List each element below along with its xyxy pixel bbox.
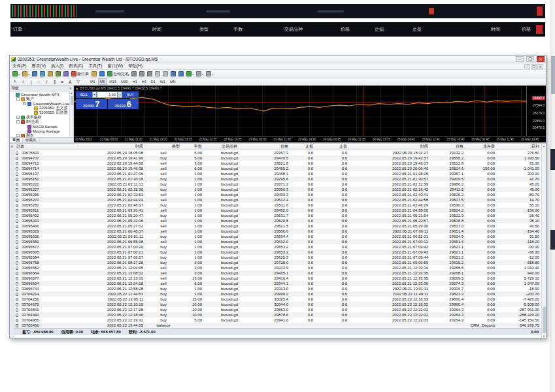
navigator-icon[interactable] xyxy=(47,71,54,77)
column-header[interactable]: 获利 xyxy=(497,144,541,150)
column-header[interactable]: 类型 xyxy=(145,144,182,150)
navigator-tab[interactable]: 收藏夹 xyxy=(23,138,40,142)
table-row[interactable]: 33695594 2022.05.21 07:06:57 buy 1.00 bt… xyxy=(14,255,541,260)
tree-expand-icon[interactable]: + xyxy=(16,134,20,137)
table-row[interactable]: 33695311 2022.05.21 03:20:41 sell 1.00 b… xyxy=(14,208,541,213)
table-row[interactable]: 33694707 2022.05.20 19:41:39 buy 5.00 bt… xyxy=(14,155,541,161)
timeframe-button[interactable]: D1 xyxy=(149,78,158,85)
timeframe-button[interactable]: MN xyxy=(168,78,178,85)
tree-item[interactable]: + 技术指标 xyxy=(10,115,69,120)
table-row[interactable]: 33705466 2022.05.22 13:44:05 balance CRM… xyxy=(14,323,541,328)
timeframe-button[interactable]: M5 xyxy=(98,78,107,85)
table-row[interactable]: 33704214 2022.05.22 11:44:53 buy 1.00 bt… xyxy=(14,291,541,297)
strategy-tester-icon[interactable] xyxy=(63,71,69,77)
price-plot[interactable] xyxy=(74,86,526,136)
close-button[interactable]: ✕ xyxy=(537,56,545,62)
scrollbar-thumb[interactable] xyxy=(543,307,546,333)
timeframe-button[interactable]: M1 xyxy=(88,78,97,85)
tile-windows-icon[interactable] xyxy=(170,71,177,77)
text-label-icon[interactable]: A xyxy=(67,80,73,84)
table-row[interactable]: 33695137 2022.05.21 01:27:06 sell 1.00 b… xyxy=(14,171,541,176)
table-row[interactable]: 33695270 2022.05.21 02:44:24 sell 1.00 b… xyxy=(14,197,541,203)
time-axis[interactable]: 20 May 202221 May 03:2021 May 11:2021 Ma… xyxy=(74,136,546,142)
timeframe-button[interactable]: W1 xyxy=(158,78,167,85)
candlestick-chart-icon[interactable] xyxy=(139,71,145,77)
scrollbar-thumb[interactable] xyxy=(71,96,73,105)
table-row[interactable]: 33696604 2022.05.21 12:24:18 sell 5.00 b… xyxy=(14,281,541,286)
timeframe-button[interactable]: M30 xyxy=(119,78,130,85)
chart-area[interactable]: ▲ BTCUSD.gd,M5 29432.5 29490.7 29432.5 2… xyxy=(74,86,546,142)
timeframe-button[interactable]: H4 xyxy=(140,78,148,85)
chart-close-icon[interactable]: ✕ xyxy=(537,64,543,69)
tree-expand-icon[interactable]: − xyxy=(23,102,26,105)
table-row[interactable]: 33675603 2022.05.20 18:05:08 sell 5.00 b… xyxy=(14,150,541,155)
table-row[interactable]: 33696564 2022.05.21 12:08:02 sell 2.00 b… xyxy=(14,270,541,276)
table-row[interactable]: 33695578 2022.05.21 07:00:21 buy 1.00 bt… xyxy=(14,250,541,255)
bar-chart-icon[interactable] xyxy=(131,71,137,77)
scroll-up-icon[interactable]: ▲ xyxy=(71,91,73,95)
timeframe-button[interactable]: H1 xyxy=(131,78,139,85)
table-row[interactable]: 33695220 2022.05.21 02:11:13 buy 1.00 bt… xyxy=(14,182,541,187)
chart-restore-icon[interactable]: ❐ xyxy=(531,64,537,69)
data-window-icon[interactable] xyxy=(39,71,46,77)
new-chart-icon[interactable]: ▾ xyxy=(12,71,20,77)
menu-item[interactable]: 插入(I) xyxy=(51,63,63,69)
tree-expand-icon[interactable]: + xyxy=(16,116,20,119)
metaeditor-icon[interactable] xyxy=(91,71,97,77)
navigator-tab[interactable]: 常用 xyxy=(10,138,23,142)
mql5-community-icon[interactable] xyxy=(99,71,105,77)
price-axis[interactable]: 29490.7 27594.0 25179.0 22804.0 20476.5 xyxy=(526,86,546,136)
table-row[interactable]: 33704955 2022.05.22 12:19:32 buy 5.00 bt… xyxy=(14,318,541,323)
column-header[interactable]: 手数 xyxy=(182,144,204,150)
table-row[interactable]: 33695282 2022.05.21 02:48:07 buy 1.00 bt… xyxy=(14,203,541,208)
browser-scrollbar-thumb[interactable] xyxy=(551,56,555,94)
cursor-icon[interactable]: ↖ xyxy=(12,79,18,84)
table-row[interactable]: 33696577 2022.05.21 12:13:06 sell 13.00 … xyxy=(14,276,541,281)
new-order-icon[interactable]: 新订单 xyxy=(71,71,90,78)
horizontal-line-icon[interactable]: − xyxy=(36,80,42,84)
zoom-out-icon[interactable] xyxy=(162,71,169,77)
menu-item[interactable]: 显示(V) xyxy=(31,63,46,69)
table-row[interactable]: 33696552 2022.05.21 12:04:05 sell 2.00 b… xyxy=(14,265,541,270)
trendline-icon[interactable]: / xyxy=(44,80,50,84)
periods-icon[interactable]: ▾ xyxy=(195,71,204,77)
equidistant-channel-icon[interactable]: ∥ xyxy=(52,79,58,84)
tree-item[interactable]: + 脚本 xyxy=(10,133,69,137)
tree-expand-icon[interactable]: − xyxy=(16,97,20,101)
column-header[interactable]: 时间 xyxy=(59,144,145,150)
zoom-in-icon[interactable] xyxy=(154,71,161,77)
sell-price[interactable]: 29490.7 xyxy=(76,99,107,109)
buy-price[interactable]: 29494.6 xyxy=(108,99,139,109)
table-row[interactable]: 33694710 2022.05.20 19:44:58 sell 3.00 b… xyxy=(14,161,541,166)
column-header[interactable]: 时间 xyxy=(349,144,430,150)
volume-down-icon[interactable]: ▼ xyxy=(92,91,97,98)
volume-up-icon[interactable]: ▲ xyxy=(118,91,122,98)
table-row[interactable]: 33695152 2022.05.21 01:30:18 buy 1.00 bt… xyxy=(14,176,541,182)
column-header[interactable]: 价格 xyxy=(255,144,290,150)
line-chart-icon[interactable] xyxy=(146,71,153,77)
terminal-icon[interactable] xyxy=(55,71,61,77)
cascade-windows-icon[interactable] xyxy=(178,71,184,77)
arrows-icon[interactable]: ▽ xyxy=(75,79,81,84)
scroll-down-icon[interactable]: ▼ xyxy=(543,335,545,338)
column-header[interactable]: 库存费 xyxy=(465,144,497,150)
table-row[interactable]: 33695577 2022.05.21 07:00:20 buy 1.00 bt… xyxy=(14,244,541,250)
column-header[interactable]: 止损 xyxy=(290,144,315,150)
chart-minimize-icon[interactable]: – xyxy=(524,64,530,69)
templates-icon[interactable]: ▾ xyxy=(205,71,214,77)
table-row[interactable]: 33695403 2022.05.21 05:22:06 sell 1.00 b… xyxy=(14,218,541,223)
indicators-list-icon[interactable]: ▾ xyxy=(186,71,194,77)
autotrading-icon[interactable]: 自动交易 xyxy=(107,71,129,78)
terminal-close-icon[interactable]: ✕ xyxy=(10,144,13,148)
fibonacci-icon[interactable]: ≡ xyxy=(59,80,65,84)
column-header[interactable]: 止盈 xyxy=(315,144,349,150)
vertical-line-icon[interactable]: | xyxy=(28,80,34,84)
terminal-scrollbar[interactable]: ▲ ▼ xyxy=(541,144,546,338)
table-row[interactable]: 33695550 2022.05.21 06:55:08 sell 1.00 b… xyxy=(14,239,541,244)
tree-expand-icon[interactable]: − xyxy=(16,120,20,123)
maximize-button[interactable]: ❐ xyxy=(526,56,534,62)
tree-item[interactable]: Moving Average xyxy=(10,129,69,133)
tree-item[interactable]: Greenstar Wealth MT4 xyxy=(10,92,69,97)
timeframe-button[interactable]: M15 xyxy=(107,78,118,85)
title-bar[interactable]: 3200353: GreenstarWealth-Live - Greensta… xyxy=(10,56,546,63)
